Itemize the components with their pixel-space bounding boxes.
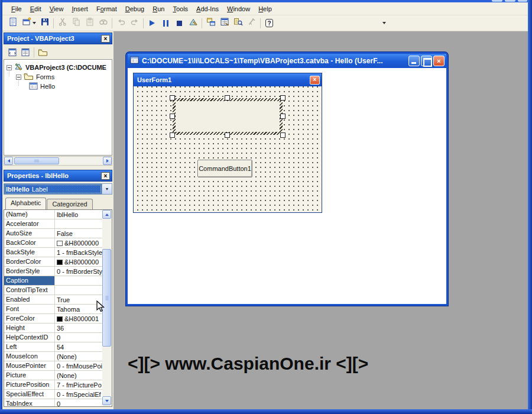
insert-userform-button[interactable] xyxy=(20,17,38,30)
insert-userform-dropdown-icon[interactable] xyxy=(33,22,36,24)
resize-handle-n[interactable] xyxy=(225,95,230,101)
userform-grid-surface[interactable]: CommandButton1 xyxy=(134,86,322,212)
combo-dropdown-icon[interactable]: ▼ xyxy=(102,184,112,194)
property-row-forecolor[interactable]: ForeColor&H8000001 xyxy=(4,314,102,324)
property-row-pictureposition[interactable]: PicturePosition7 - fmPicturePo xyxy=(4,380,102,390)
menu-item-view[interactable]: View xyxy=(46,4,68,14)
menu-item-edit[interactable]: Edit xyxy=(26,4,46,14)
resize-handle-nw[interactable] xyxy=(170,95,175,101)
property-row-borderstyle[interactable]: BorderStyle0 - fmBorderSty xyxy=(4,267,102,276)
tab-categorized[interactable]: Categorized xyxy=(47,199,92,209)
property-row-tabindex[interactable]: TabIndex0 xyxy=(4,399,102,407)
command-button-control[interactable]: CommandButton1 xyxy=(197,160,252,177)
scroll-up-icon[interactable] xyxy=(102,210,111,219)
scroll-left-icon[interactable] xyxy=(4,157,13,165)
userform-close-button[interactable]: × xyxy=(310,76,320,85)
property-row-caption[interactable]: Caption xyxy=(4,276,102,286)
properties-window-button[interactable] xyxy=(218,17,231,30)
menu-item-file[interactable]: File xyxy=(7,4,26,14)
break-button[interactable] xyxy=(159,17,173,30)
designer-minimize-button[interactable] xyxy=(408,56,420,66)
menu-item-window[interactable]: Window xyxy=(223,4,254,14)
properties-panel-close-icon[interactable]: × xyxy=(101,172,110,180)
project-panel-close-icon[interactable]: × xyxy=(101,35,110,43)
property-row-height[interactable]: Height36 xyxy=(4,324,102,333)
menu-item-tools[interactable]: Tools xyxy=(168,4,192,14)
property-row-bordercolor[interactable]: BorderColor&H8000000 xyxy=(4,257,102,267)
label-control-selected[interactable] xyxy=(173,98,283,135)
collapse-icon[interactable] xyxy=(7,65,12,70)
menu-item-run[interactable]: Run xyxy=(148,4,168,14)
property-row-enabled[interactable]: EnabledTrue xyxy=(4,295,102,305)
folder-icon xyxy=(38,48,48,57)
tree-item-hello-form[interactable]: Hello xyxy=(29,82,55,91)
toggle-folders-button[interactable] xyxy=(36,46,49,58)
maximize-button-sliver[interactable] xyxy=(505,0,515,2)
object-name: lblHello xyxy=(6,186,30,193)
resize-handle-sw[interactable] xyxy=(170,132,175,138)
vscroll-thumb[interactable] xyxy=(102,249,111,347)
designer-window-title: C:\DOCUME~1\li\LOCALS~1\Temp\VBAProject3… xyxy=(142,57,407,65)
userform-titlebar[interactable]: UserForm1 × xyxy=(134,73,322,86)
design-mode-button[interactable] xyxy=(186,17,200,30)
property-grid-vscrollbar[interactable] xyxy=(102,210,112,406)
tree-item-project[interactable]: VBAProject3 (C:\DOCUME xyxy=(7,63,106,72)
property-row-left[interactable]: Left54 xyxy=(4,342,102,352)
resize-handle-se[interactable] xyxy=(280,132,286,138)
save-button[interactable] xyxy=(38,17,51,30)
view-code-button[interactable] xyxy=(6,46,19,58)
menu-item-debug[interactable]: Debug xyxy=(121,4,148,14)
reset-button[interactable] xyxy=(173,17,186,30)
designer-close-button[interactable]: × xyxy=(433,56,445,66)
collapse-icon[interactable] xyxy=(16,75,21,80)
property-row-specialeffect[interactable]: SpecialEffect0 - fmSpecialEf xyxy=(4,390,102,399)
scroll-down-icon[interactable] xyxy=(102,396,111,405)
property-row-backstyle[interactable]: BackStyle1 - fmBackStyle xyxy=(4,248,102,257)
property-row-mousepointer[interactable]: MousePointer0 - fmMousePoi xyxy=(4,361,102,371)
object-browser-button[interactable] xyxy=(231,17,245,30)
property-row-autosize[interactable]: AutoSizeFalse xyxy=(4,229,102,238)
resize-handle-s[interactable] xyxy=(225,132,230,138)
mdi-background: C:\DOCUME~1\li\LOCALS~1\Temp\VBAProject3… xyxy=(113,31,528,409)
object-selector-combo[interactable]: lblHello Label ▼ xyxy=(4,183,112,195)
menu-item-format[interactable]: Format xyxy=(92,4,121,14)
designer-maximize-button[interactable] xyxy=(421,56,432,66)
property-row-helpcontextid[interactable]: HelpContextID0 xyxy=(4,333,102,342)
menu-item-insert[interactable]: Insert xyxy=(67,4,92,14)
tree-item-hello-label: Hello xyxy=(40,83,55,90)
properties-panel-titlebar[interactable]: Properties - lblHello × xyxy=(4,170,112,182)
run-button[interactable] xyxy=(145,17,159,30)
help-button[interactable]: ? xyxy=(262,17,276,30)
property-grid-rows: (Name)lblHelloAcceleratorAutoSizeFalseBa… xyxy=(4,210,112,407)
toolbox-button xyxy=(245,17,258,30)
menu-item-addins[interactable]: Add-Ins xyxy=(192,4,223,14)
scroll-right-icon[interactable] xyxy=(103,157,112,165)
userform-icon xyxy=(29,82,38,91)
toolbar-options-combo[interactable] xyxy=(278,17,388,30)
view-host-button[interactable] xyxy=(6,17,20,30)
resize-handle-w[interactable] xyxy=(170,114,175,119)
property-row-accelerator[interactable]: Accelerator xyxy=(4,219,102,229)
property-row-picture[interactable]: Picture(None) xyxy=(4,371,102,380)
property-grid: (Name)lblHelloAcceleratorAutoSizeFalseBa… xyxy=(4,209,112,407)
property-row-controltiptext[interactable]: ControlTipText xyxy=(4,286,102,295)
close-button-sliver[interactable] xyxy=(518,0,527,2)
view-object-icon xyxy=(21,48,30,57)
property-row-mouseicon[interactable]: MouseIcon(None) xyxy=(4,352,102,361)
project-tree-hscrollbar[interactable] xyxy=(4,156,112,166)
resize-handle-e[interactable] xyxy=(280,114,286,119)
project-explorer-button[interactable] xyxy=(204,17,218,30)
tab-alphabetic[interactable]: Alphabetic xyxy=(5,198,46,209)
project-panel-titlebar[interactable]: Project - VBAProject3 × xyxy=(4,33,112,44)
save-icon xyxy=(40,17,50,29)
tree-item-forms-folder[interactable]: Forms xyxy=(16,72,54,82)
property-row-backcolor[interactable]: BackColor&H8000000 xyxy=(4,238,102,248)
resize-handle-ne[interactable] xyxy=(280,95,286,101)
view-object-button[interactable] xyxy=(19,46,32,58)
hscroll-thumb[interactable] xyxy=(14,157,59,164)
property-row-name[interactable]: (Name)lblHello xyxy=(4,210,102,219)
menu-item-help[interactable]: Help xyxy=(254,4,276,14)
designer-window-titlebar[interactable]: C:\DOCUME~1\li\LOCALS~1\Temp\VBAProject3… xyxy=(128,54,446,68)
minimize-button-sliver[interactable] xyxy=(492,0,502,2)
property-row-font[interactable]: FontTahoma xyxy=(4,305,102,314)
